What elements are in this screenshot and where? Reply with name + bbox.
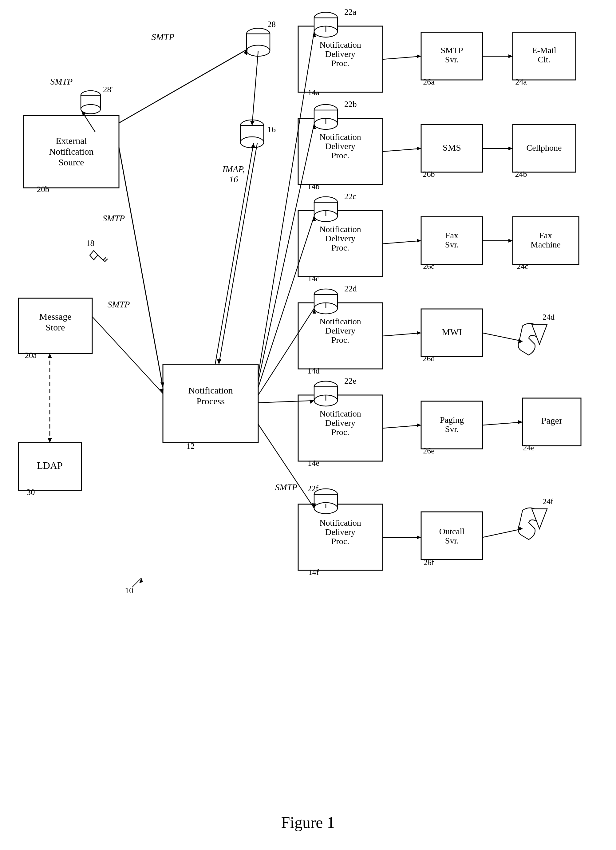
svg-text:Notification: Notification <box>319 40 361 49</box>
svg-text:SMS: SMS <box>443 142 461 153</box>
svg-text:24b: 24b <box>515 170 527 179</box>
svg-marker-135 <box>508 54 513 58</box>
svg-text:LDAP: LDAP <box>37 460 63 471</box>
svg-text:14e: 14e <box>308 459 319 468</box>
svg-line-81 <box>103 257 106 260</box>
svg-text:Machine: Machine <box>531 240 561 249</box>
svg-text:Process: Process <box>196 396 225 406</box>
svg-text:16: 16 <box>268 125 276 134</box>
svg-text:Proc.: Proc. <box>331 151 349 160</box>
svg-marker-140 <box>508 147 513 150</box>
svg-text:Proc.: Proc. <box>331 243 349 252</box>
svg-text:20a: 20a <box>25 351 37 360</box>
svg-text:Paging: Paging <box>440 415 464 425</box>
svg-text:30: 30 <box>27 488 35 497</box>
svg-text:14c: 14c <box>308 274 319 283</box>
svg-text:Svr.: Svr. <box>445 240 459 249</box>
svg-text:SMTP: SMTP <box>151 31 175 42</box>
svg-text:14a: 14a <box>308 88 319 97</box>
svg-text:Notification: Notification <box>319 518 361 528</box>
svg-text:26b: 26b <box>423 170 435 179</box>
svg-text:Notification: Notification <box>319 409 361 418</box>
svg-text:22b: 22b <box>344 100 357 109</box>
svg-text:26d: 26d <box>423 354 435 363</box>
svg-text:Delivery: Delivery <box>325 527 355 537</box>
svg-line-106 <box>252 51 258 126</box>
svg-text:12: 12 <box>187 441 195 450</box>
svg-line-104 <box>119 49 247 123</box>
svg-marker-244 <box>139 578 143 583</box>
svg-text:Svr.: Svr. <box>445 536 459 545</box>
svg-marker-143 <box>417 239 421 242</box>
svg-text:26e: 26e <box>423 446 435 455</box>
svg-text:Notification: Notification <box>319 224 361 234</box>
svg-text:18: 18 <box>86 239 94 248</box>
svg-text:Delivery: Delivery <box>325 49 355 59</box>
svg-line-154 <box>483 422 523 425</box>
svg-text:Message: Message <box>39 311 72 322</box>
svg-text:SMTP: SMTP <box>108 299 130 309</box>
svg-text:22f: 22f <box>307 484 318 493</box>
svg-marker-158 <box>417 536 421 539</box>
svg-text:Svr.: Svr. <box>445 55 459 64</box>
figure-caption: Figure 1 <box>0 813 616 832</box>
svg-text:Store: Store <box>45 322 65 332</box>
svg-text:Notification: Notification <box>49 146 94 157</box>
svg-text:Proc.: Proc. <box>331 427 349 437</box>
svg-text:Notification: Notification <box>319 132 361 142</box>
svg-text:24c: 24c <box>517 262 528 271</box>
svg-text:14d: 14d <box>308 367 320 376</box>
svg-text:26a: 26a <box>423 78 435 86</box>
svg-text:22e: 22e <box>344 376 356 386</box>
svg-text:28': 28' <box>103 85 113 94</box>
svg-text:Pager: Pager <box>541 415 562 425</box>
svg-marker-138 <box>417 147 421 150</box>
svg-text:22d: 22d <box>344 284 357 293</box>
svg-text:MWI: MWI <box>442 327 462 337</box>
svg-text:Svr.: Svr. <box>445 424 459 434</box>
svg-text:Delivery: Delivery <box>325 326 355 335</box>
svg-text:Delivery: Delivery <box>325 141 355 151</box>
svg-text:IMAP,: IMAP, <box>222 164 245 174</box>
svg-text:24d: 24d <box>543 313 555 322</box>
svg-line-137 <box>383 148 421 151</box>
svg-text:24a: 24a <box>515 78 527 86</box>
svg-text:SMTP: SMTP <box>103 213 125 223</box>
svg-marker-133 <box>417 54 421 58</box>
svg-text:24f: 24f <box>543 497 553 506</box>
svg-line-142 <box>383 241 421 244</box>
svg-line-132 <box>383 56 421 59</box>
svg-text:Delivery: Delivery <box>325 418 355 428</box>
svg-text:Proc.: Proc. <box>331 58 349 68</box>
svg-text:Cellphone: Cellphone <box>526 143 562 153</box>
svg-text:22c: 22c <box>344 192 356 201</box>
svg-line-117 <box>219 143 257 364</box>
svg-text:Delivery: Delivery <box>325 233 355 243</box>
svg-line-82 <box>105 259 108 262</box>
svg-text:Fax: Fax <box>446 230 458 240</box>
svg-text:Proc.: Proc. <box>331 536 349 546</box>
svg-marker-148 <box>417 331 421 335</box>
svg-text:External: External <box>55 136 87 146</box>
main-diagram: External Notification Source 20b Message… <box>0 0 616 815</box>
svg-text:Source: Source <box>58 157 84 167</box>
svg-text:26f: 26f <box>423 558 434 567</box>
svg-marker-145 <box>508 239 513 242</box>
svg-marker-155 <box>518 420 523 424</box>
svg-line-159 <box>483 529 523 537</box>
svg-text:Clt.: Clt. <box>538 55 550 64</box>
svg-text:Notification: Notification <box>188 385 233 395</box>
svg-text:Fax: Fax <box>539 230 552 240</box>
svg-text:14f: 14f <box>308 568 319 577</box>
svg-text:14b: 14b <box>308 182 320 191</box>
svg-line-147 <box>383 333 421 336</box>
svg-marker-153 <box>417 423 421 427</box>
svg-line-149 <box>483 333 523 341</box>
svg-text:26c: 26c <box>423 262 435 271</box>
figure-caption-text: Figure 1 <box>281 814 335 831</box>
svg-text:SMTP: SMTP <box>441 45 463 55</box>
svg-text:24e: 24e <box>523 443 535 452</box>
svg-text:SMTP: SMTP <box>51 76 73 86</box>
svg-text:Outcall: Outcall <box>439 527 465 536</box>
svg-text:16: 16 <box>229 174 239 184</box>
